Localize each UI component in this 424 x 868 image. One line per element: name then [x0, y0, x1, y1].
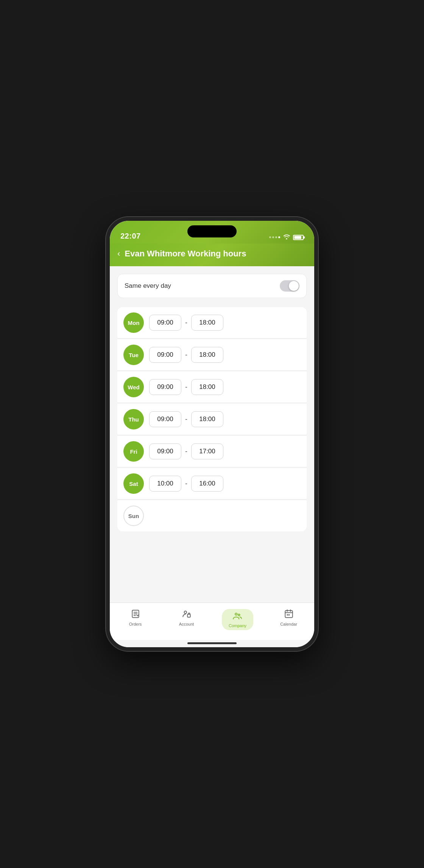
- svg-rect-12: [287, 614, 288, 615]
- svg-point-4: [184, 611, 187, 614]
- dash-wed: -: [185, 383, 187, 391]
- page-header: ‹ Evan Whitmore Working hours: [110, 244, 314, 266]
- start-time-sat[interactable]: 10:00: [149, 476, 181, 492]
- end-time-fri[interactable]: 17:00: [191, 443, 223, 459]
- svg-point-7: [238, 614, 240, 616]
- dash-sat: -: [185, 480, 187, 488]
- days-container: Mon09:00-18:00Tue09:00-18:00Wed09:00-18:…: [117, 307, 307, 531]
- battery-icon: [293, 235, 304, 240]
- svg-rect-13: [288, 614, 289, 615]
- start-time-fri[interactable]: 09:00: [149, 443, 181, 459]
- tab-bar: Orders Account: [110, 603, 314, 640]
- day-row-tue[interactable]: Tue09:00-18:00: [117, 339, 307, 371]
- start-time-tue[interactable]: 09:00: [149, 347, 181, 363]
- day-row-fri[interactable]: Fri09:00-17:00: [117, 436, 307, 467]
- status-right: [269, 234, 304, 240]
- times-group-fri: 09:00-17:00: [149, 443, 223, 459]
- end-time-wed[interactable]: 18:00: [191, 379, 223, 395]
- times-group-mon: 09:00-18:00: [149, 315, 223, 331]
- svg-point-6: [235, 613, 237, 615]
- day-badge-tue[interactable]: Tue: [123, 345, 144, 365]
- wifi-icon: [283, 234, 290, 240]
- status-time: 22:07: [120, 232, 141, 240]
- home-bar: [187, 642, 237, 644]
- tab-company-label: Company: [229, 623, 246, 628]
- day-badge-mon[interactable]: Mon: [123, 312, 144, 333]
- back-button[interactable]: ‹: [117, 250, 120, 258]
- day-row-mon[interactable]: Mon09:00-18:00: [117, 307, 307, 339]
- dash-fri: -: [185, 448, 187, 456]
- svg-rect-5: [187, 614, 190, 617]
- tab-orders[interactable]: Orders: [110, 607, 161, 632]
- tab-company[interactable]: Company: [212, 607, 263, 632]
- day-badge-sun[interactable]: Sun: [123, 506, 144, 526]
- end-time-tue[interactable]: 18:00: [191, 347, 223, 363]
- start-time-thu[interactable]: 09:00: [149, 411, 181, 427]
- start-time-mon[interactable]: 09:00: [149, 315, 181, 331]
- page-title: Evan Whitmore Working hours: [125, 249, 246, 259]
- signal-dots: [269, 236, 280, 238]
- toggle-knob: [289, 281, 299, 291]
- dash-tue: -: [185, 351, 187, 359]
- dynamic-island: [187, 225, 237, 237]
- company-tab-bg: Company: [222, 609, 253, 630]
- account-icon: [182, 609, 192, 620]
- tab-calendar-label: Calendar: [280, 622, 297, 626]
- end-time-sat[interactable]: 16:00: [191, 476, 223, 492]
- company-icon: [232, 611, 242, 623]
- same-every-day-label: Same every day: [125, 282, 171, 290]
- start-time-wed[interactable]: 09:00: [149, 379, 181, 395]
- home-indicator: [110, 640, 314, 647]
- end-time-mon[interactable]: 18:00: [191, 315, 223, 331]
- same-every-day-row: Same every day: [117, 274, 307, 298]
- times-group-thu: 09:00-18:00: [149, 411, 223, 427]
- tab-orders-label: Orders: [129, 622, 142, 626]
- day-row-sun[interactable]: Sun: [117, 500, 307, 531]
- tab-account[interactable]: Account: [161, 607, 212, 632]
- phone-inner: 22:07 ‹ Evan Whitmore Working hours: [110, 221, 314, 647]
- dash-thu: -: [185, 415, 187, 423]
- times-group-wed: 09:00-18:00: [149, 379, 223, 395]
- tab-account-label: Account: [179, 622, 194, 626]
- day-row-sat[interactable]: Sat10:00-16:00: [117, 468, 307, 500]
- same-every-day-toggle[interactable]: [280, 280, 299, 292]
- tab-calendar[interactable]: Calendar: [263, 607, 314, 632]
- svg-rect-8: [285, 610, 293, 617]
- end-time-thu[interactable]: 18:00: [191, 411, 223, 427]
- scrollable-content: Same every day Mon09:00-18:00Tue09:00-18…: [110, 266, 314, 603]
- dash-mon: -: [185, 319, 187, 327]
- orders-icon: [131, 609, 140, 620]
- day-badge-fri[interactable]: Fri: [123, 441, 144, 462]
- day-badge-wed[interactable]: Wed: [123, 377, 144, 397]
- calendar-icon: [284, 609, 294, 620]
- day-badge-sat[interactable]: Sat: [123, 473, 144, 494]
- times-group-tue: 09:00-18:00: [149, 347, 223, 363]
- day-row-wed[interactable]: Wed09:00-18:00: [117, 372, 307, 403]
- day-row-thu[interactable]: Thu09:00-18:00: [117, 404, 307, 435]
- day-badge-thu[interactable]: Thu: [123, 409, 144, 429]
- status-bar: 22:07: [110, 221, 314, 244]
- times-group-sat: 10:00-16:00: [149, 476, 223, 492]
- phone-frame: 22:07 ‹ Evan Whitmore Working hours: [106, 217, 318, 651]
